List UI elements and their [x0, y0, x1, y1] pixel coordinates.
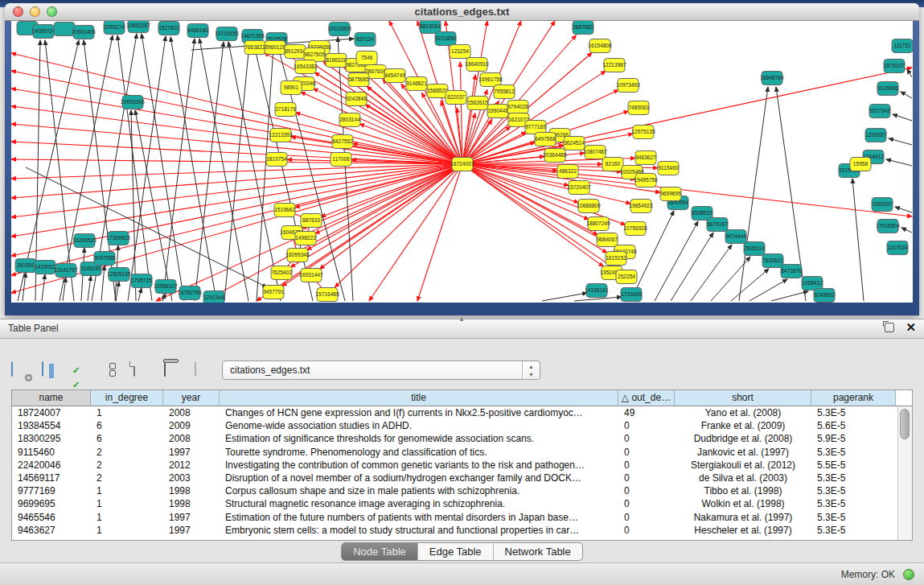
table-row[interactable]: 946554611997Estimation of the future num…: [12, 511, 897, 524]
graph-edge-black[interactable]: [542, 293, 587, 301]
graph-node[interactable]: 9242848: [346, 93, 367, 106]
graph-node[interactable]: 15720407: [567, 181, 591, 195]
table-cell[interactable]: 2: [91, 446, 163, 459]
graph-node[interactable]: 16099348: [285, 249, 310, 262]
graph-node[interactable]: 1527602: [158, 22, 179, 35]
graph-edge-black[interactable]: [731, 269, 769, 301]
table-cell[interactable]: 18724007: [12, 406, 91, 419]
panel-resize-handle[interactable]: ▲: [457, 316, 466, 322]
graph-node[interactable]: 10719155: [215, 27, 239, 41]
table-cell[interactable]: Yano et al. (2008): [675, 406, 811, 419]
graph-node[interactable]: 8471676: [781, 265, 802, 278]
table-cell[interactable]: de Silva et al. (2003): [675, 472, 811, 484]
table-cell[interactable]: 9777169: [12, 484, 91, 497]
graph-node[interactable]: 252254: [616, 270, 637, 284]
table-cell[interactable]: Estimation of significance thresholds fo…: [220, 432, 618, 445]
table-cell[interactable]: 49: [618, 406, 675, 419]
table-cell[interactable]: Franke et al. (2009): [675, 419, 811, 432]
table-cell[interactable]: 0: [618, 432, 675, 445]
graph-node[interactable]: 20053346: [121, 96, 145, 109]
column-header-short[interactable]: short: [675, 390, 811, 406]
column-header-out_de[interactable]: △ out_de…: [618, 390, 675, 406]
column-header-title[interactable]: title: [220, 390, 618, 406]
table-row[interactable]: 1938455462009Genome-wide association stu…: [12, 419, 897, 432]
graph-node[interactable]: 13142757: [54, 264, 78, 278]
graph-node[interactable]: 9146821: [406, 77, 427, 91]
table-row[interactable]: 911546021997Tourette syndrome. Phenomeno…: [12, 446, 897, 459]
table-cell[interactable]: Tourette syndrome. Phenomenology and cla…: [220, 446, 618, 459]
column-header-in_degree[interactable]: in_degree: [91, 390, 163, 406]
table-cell[interactable]: 2008: [163, 406, 220, 419]
graph-node[interactable]: 16154808: [588, 39, 612, 53]
graph-node[interactable]: 822037: [446, 91, 466, 105]
graph-node[interactable]: 7546: [356, 51, 377, 65]
table-cell[interactable]: Disruption of a novel member of a sodium…: [220, 472, 618, 484]
zoom-window-button[interactable]: [47, 6, 57, 17]
graph-node[interactable]: 16931447: [299, 269, 323, 282]
graph-node[interactable]: 7485063: [628, 101, 649, 115]
table-cell[interactable]: 1998: [163, 497, 220, 510]
table-row[interactable]: 969969511998Structural magnetic resonanc…: [12, 497, 897, 510]
table-cell[interactable]: 0: [618, 484, 675, 497]
graph-edge-red[interactable]: [462, 164, 603, 266]
graph-node[interactable]: 12213393: [269, 129, 293, 142]
table-cell[interactable]: 5.3E-5: [811, 511, 896, 524]
table-cell[interactable]: Jankovic et al. (1997): [675, 446, 811, 459]
graph-node[interactable]: 9474444: [725, 230, 746, 244]
table-cell[interactable]: Embryonic stem cells: a model to study s…: [220, 524, 618, 537]
graph-edge-black[interactable]: [691, 245, 732, 301]
graph-node[interactable]: 1292344: [203, 291, 224, 303]
graph-node[interactable]: 16961758: [478, 73, 503, 87]
column-header-year[interactable]: year: [163, 390, 220, 406]
graph-node[interactable]: 9684067: [597, 233, 618, 247]
graph-node[interactable]: 111731: [892, 39, 913, 53]
graph-node[interactable]: 1065412: [802, 277, 823, 290]
graph-node[interactable]: 8912934: [285, 45, 306, 59]
graph-node[interactable]: 8960128: [265, 41, 285, 55]
table-cell[interactable]: Tibbo et al. (1998): [675, 484, 811, 497]
table-cell[interactable]: 1: [91, 497, 163, 510]
graph-node[interactable]: 7632621: [762, 254, 783, 268]
graph-node[interactable]: 9097588: [94, 252, 115, 266]
graph-node[interactable]: 1519682: [274, 204, 295, 217]
graph-node[interactable]: 1498222: [295, 232, 316, 245]
graph-node[interactable]: 19654923: [629, 200, 653, 213]
graph-edge-black[interactable]: [135, 110, 172, 301]
window-titlebar[interactable]: citations_edges.txt: [5, 3, 919, 21]
graph-node[interactable]: 7663822: [244, 41, 265, 55]
graph-node[interactable]: 10807487: [583, 146, 607, 159]
graph-node[interactable]: 10973493: [616, 79, 640, 93]
network-canvas[interactable]: 1405572420691406209317410653287152760264…: [11, 21, 913, 303]
table-cell[interactable]: 6: [91, 419, 163, 432]
table-cell[interactable]: 5.6E-5: [811, 419, 896, 432]
table-cell[interactable]: 0: [618, 419, 675, 432]
graph-node[interactable]: 9115460: [658, 162, 679, 175]
table-cell[interactable]: 1: [91, 511, 163, 524]
graph-edge-black[interactable]: [138, 288, 142, 301]
graph-node[interactable]: 15958: [850, 158, 871, 171]
new-column-button[interactable]: [133, 362, 153, 380]
column-header-pagerank[interactable]: pagerank: [811, 390, 896, 406]
table-cell[interactable]: 0: [618, 524, 675, 537]
graph-node[interactable]: 17016504: [876, 220, 900, 233]
table-cell[interactable]: 1: [91, 524, 163, 537]
table-cell[interactable]: 5.5E-5: [811, 459, 896, 472]
table-settings-button[interactable]: [11, 362, 31, 380]
table-cell[interactable]: 1998: [163, 484, 220, 497]
close-panel-icon[interactable]: ✕: [906, 323, 916, 332]
table-row[interactable]: 1872400712008Changes of HCN gene express…: [12, 406, 897, 419]
graph-edge-black[interactable]: [749, 279, 787, 301]
graph-node[interactable]: 12505135: [107, 268, 131, 282]
table-cell[interactable]: 9699695: [12, 497, 91, 510]
graph-node[interactable]: 10653287: [126, 21, 150, 33]
table-cell[interactable]: 9115460: [12, 446, 91, 459]
table-cell[interactable]: 0: [618, 472, 675, 484]
table-cell[interactable]: Corpus callosum shape and size in male p…: [220, 484, 618, 497]
table-cell[interactable]: 0: [618, 511, 675, 524]
table-cell[interactable]: 2008: [163, 432, 220, 445]
graph-node[interactable]: 2803144: [339, 113, 360, 127]
graph-edge-black[interactable]: [901, 92, 912, 98]
graph-node[interactable]: 15716485: [315, 288, 339, 302]
graph-node[interactable]: 2718176: [275, 103, 296, 117]
graph-node[interactable]: 1615152: [606, 252, 626, 266]
